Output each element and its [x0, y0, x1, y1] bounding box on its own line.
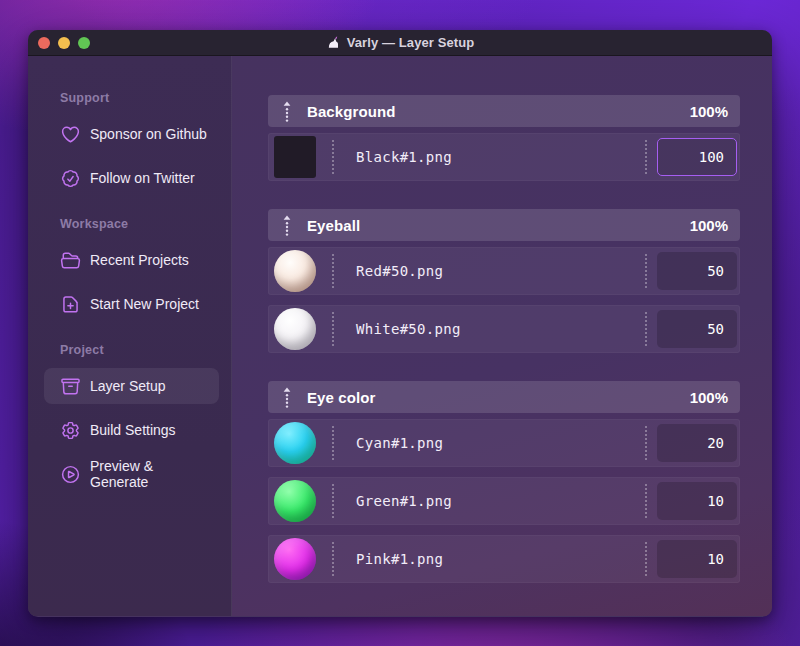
- sidebar-item-start-new-project[interactable]: Start New Project: [44, 286, 219, 322]
- layer-group-header[interactable]: Eyeball 100%: [268, 209, 740, 241]
- heart-icon: [60, 124, 81, 145]
- close-button[interactable]: [38, 37, 50, 49]
- layer-row: Black#1.png: [268, 133, 740, 181]
- layer-filename: Red#50.png: [356, 263, 629, 279]
- layer-filename: White#50.png: [356, 321, 629, 337]
- unicorn-icon: [326, 35, 341, 50]
- layer-thumbnail: [274, 250, 316, 292]
- layer-group-weight: 100%: [690, 389, 728, 406]
- sidebar-item-build-settings[interactable]: Build Settings: [44, 412, 219, 448]
- divider-dotted: [645, 484, 647, 518]
- sidebar-section-label: Workspace: [60, 218, 219, 230]
- layer-weight-input[interactable]: [657, 424, 737, 462]
- layer-weight-input[interactable]: [657, 482, 737, 520]
- window-title: Varly — Layer Setup: [347, 35, 475, 50]
- layer-weight-input[interactable]: [657, 252, 737, 290]
- document-plus-icon: [60, 294, 81, 315]
- zoom-button[interactable]: [78, 37, 90, 49]
- folder-open-icon: [60, 250, 81, 271]
- layer-group-header[interactable]: Eye color 100%: [268, 381, 740, 413]
- layer-group-header[interactable]: Background 100%: [268, 95, 740, 127]
- layer-thumbnail: [274, 538, 316, 580]
- layer-group-weight: 100%: [690, 217, 728, 234]
- divider-dotted: [332, 542, 334, 576]
- layer-filename: Green#1.png: [356, 493, 629, 509]
- divider-dotted: [645, 312, 647, 346]
- layer-row: Green#1.png: [268, 477, 740, 525]
- sidebar-item-label: Sponsor on Github: [90, 126, 207, 142]
- layer-thumbnail: [274, 480, 316, 522]
- layer-weight-input[interactable]: [657, 310, 737, 348]
- gear-icon: [60, 420, 81, 441]
- layer-group-title: Background: [307, 103, 690, 120]
- layer-group-weight: 100%: [690, 103, 728, 120]
- sidebar-item-label: Build Settings: [90, 422, 176, 438]
- divider-dotted: [645, 426, 647, 460]
- layer-filename: Cyan#1.png: [356, 435, 629, 451]
- layer-group: Background 100% Black#1.png: [268, 95, 740, 181]
- desktop-background: Varly — Layer Setup Support Sponsor on G…: [0, 0, 800, 646]
- layer-weight-input[interactable]: [657, 138, 737, 176]
- drag-handle-icon[interactable]: [282, 215, 292, 235]
- sidebar-section: Project Layer Setup Build Settings Previ…: [44, 344, 219, 492]
- layer-row: Red#50.png: [268, 247, 740, 295]
- badge-check-icon: [60, 168, 81, 189]
- sidebar-item-label: Follow on Twitter: [90, 170, 195, 186]
- divider-dotted: [645, 542, 647, 576]
- sidebar: Support Sponsor on Github Follow on Twit…: [28, 56, 232, 616]
- layer-group: Eye color 100% Cyan#1.png Green#1.png Pi…: [268, 381, 740, 583]
- divider-dotted: [645, 140, 647, 174]
- layer-row: Pink#1.png: [268, 535, 740, 583]
- sidebar-item-recent-projects[interactable]: Recent Projects: [44, 242, 219, 278]
- divider-dotted: [332, 426, 334, 460]
- divider-dotted: [332, 140, 334, 174]
- divider-dotted: [645, 254, 647, 288]
- archive-box-icon: [60, 376, 81, 397]
- layer-group-title: Eye color: [307, 389, 690, 406]
- play-circle-icon: [60, 464, 81, 485]
- layer-filename: Black#1.png: [356, 149, 629, 165]
- sidebar-section-label: Project: [60, 344, 219, 356]
- layer-filename: Pink#1.png: [356, 551, 629, 567]
- sidebar-section: Workspace Recent Projects Start New Proj…: [44, 218, 219, 322]
- layer-group-title: Eyeball: [307, 217, 690, 234]
- layer-row: Cyan#1.png: [268, 419, 740, 467]
- layer-weight-input[interactable]: [657, 540, 737, 578]
- divider-dotted: [332, 312, 334, 346]
- sidebar-section: Support Sponsor on Github Follow on Twit…: [44, 92, 219, 196]
- sidebar-item-label: Layer Setup: [90, 378, 166, 394]
- layer-thumbnail: [274, 308, 316, 350]
- drag-handle-icon[interactable]: [282, 101, 292, 121]
- sidebar-item-label: Start New Project: [90, 296, 199, 312]
- layer-row: White#50.png: [268, 305, 740, 353]
- divider-dotted: [332, 254, 334, 288]
- layer-thumbnail: [274, 136, 316, 178]
- titlebar[interactable]: Varly — Layer Setup: [28, 30, 772, 56]
- sidebar-item-preview-generate[interactable]: Preview & Generate: [44, 456, 219, 492]
- layer-setup-panel: Background 100% Black#1.png Eyeball 100%: [232, 56, 772, 616]
- divider-dotted: [332, 484, 334, 518]
- sidebar-item-sponsor-on-github[interactable]: Sponsor on Github: [44, 116, 219, 152]
- sidebar-item-label: Recent Projects: [90, 252, 189, 268]
- drag-handle-icon[interactable]: [282, 387, 292, 407]
- traffic-lights: [38, 37, 90, 49]
- app-window: Varly — Layer Setup Support Sponsor on G…: [28, 30, 772, 617]
- sidebar-section-label: Support: [60, 92, 219, 104]
- sidebar-item-follow-on-twitter[interactable]: Follow on Twitter: [44, 160, 219, 196]
- layer-thumbnail: [274, 422, 316, 464]
- layer-group: Eyeball 100% Red#50.png White#50.png: [268, 209, 740, 353]
- minimize-button[interactable]: [58, 37, 70, 49]
- sidebar-item-layer-setup[interactable]: Layer Setup: [44, 368, 219, 404]
- sidebar-item-label: Preview & Generate: [90, 458, 209, 490]
